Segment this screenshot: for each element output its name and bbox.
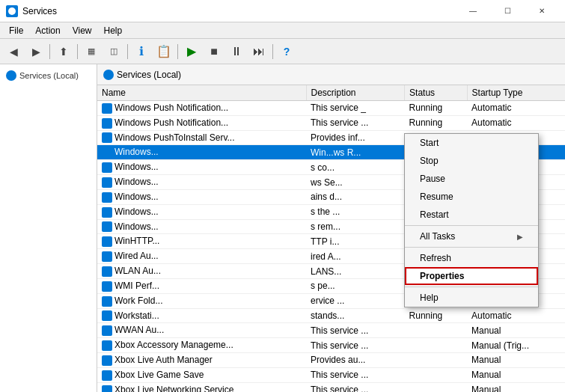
table-row[interactable]: Xbox Live Game SaveThis service ...Manua…	[97, 367, 565, 382]
col-name[interactable]: Name	[97, 85, 306, 101]
up-button[interactable]: ⬆	[53, 42, 74, 61]
cell-status	[405, 367, 467, 382]
service-icon	[102, 221, 112, 232]
col-description[interactable]: Description	[306, 85, 405, 101]
service-icon	[102, 370, 112, 381]
menu-view[interactable]: View	[67, 22, 98, 39]
cell-name: Windows Push Notification...	[97, 115, 306, 130]
context-menu-item-label: Help	[420, 293, 439, 303]
browse-button[interactable]: ◫	[103, 42, 124, 61]
service-icon	[102, 103, 112, 114]
forward-button[interactable]: ▶	[25, 42, 46, 61]
context-menu-item-resume[interactable]: Resume	[405, 188, 538, 206]
context-menu-item-all-tasks[interactable]: All Tasks▶	[405, 227, 538, 245]
context-menu-item-label: Properties	[420, 271, 464, 281]
table-row[interactable]: WWAN Au...This service ...Manual	[97, 323, 565, 338]
table-row[interactable]: Xbox Live Networking ServiceThis service…	[97, 382, 565, 392]
context-menu-item-help[interactable]: Help	[405, 289, 538, 307]
toolbar-sep-3	[127, 44, 128, 59]
col-startup[interactable]: Startup Type	[467, 85, 565, 101]
cell-name: WWAN Au...	[97, 323, 306, 338]
cell-name: Windows...	[97, 145, 306, 160]
menu-file[interactable]: File	[3, 22, 29, 39]
svg-point-0	[8, 7, 16, 15]
menu-bar: File Action View Help	[0, 22, 565, 39]
help-button[interactable]: ?	[276, 42, 297, 61]
restart-service-button[interactable]: ⏭	[248, 42, 269, 61]
back-button[interactable]: ◀	[3, 42, 24, 61]
show-hide-button[interactable]: ▦	[81, 42, 102, 61]
sidebar-label: Services (Local)	[19, 71, 79, 80]
context-menu: StartStopPauseResumeRestartAll Tasks▶Ref…	[404, 133, 539, 307]
service-icon	[102, 192, 112, 203]
service-icon	[102, 147, 112, 158]
menu-help[interactable]: Help	[98, 22, 129, 39]
cell-description: s the ...	[306, 204, 405, 219]
cell-startup: Manual	[467, 382, 565, 392]
stop-service-button[interactable]: ■	[204, 42, 225, 61]
context-menu-item-stop[interactable]: Stop	[405, 152, 538, 170]
cell-description: s pe...	[306, 278, 405, 293]
window-controls: — ☐ ✕	[456, 0, 559, 22]
context-menu-item-start[interactable]: Start	[405, 134, 538, 152]
start-service-button[interactable]: ▶	[181, 42, 202, 61]
context-menu-item-label: Refresh	[420, 253, 451, 263]
service-icon	[102, 281, 112, 292]
cell-name: Windows...	[97, 189, 306, 204]
context-menu-item-properties[interactable]: Properties	[405, 267, 538, 285]
context-menu-item-label: Resume	[420, 192, 453, 202]
cell-name: WinHTTP...	[97, 234, 306, 249]
properties2-button[interactable]: 📋	[153, 42, 174, 61]
cell-startup: Manual (Trig...	[467, 338, 565, 353]
menu-action[interactable]: Action	[29, 22, 66, 39]
table-row[interactable]: Xbox Live Auth ManagerProvides au...Manu…	[97, 353, 565, 368]
cell-startup: Manual	[467, 353, 565, 368]
context-menu-item-restart[interactable]: Restart	[405, 206, 538, 224]
cell-description: This service ...	[306, 382, 405, 392]
table-row[interactable]: Windows Push Notification...This service…	[97, 115, 565, 130]
context-menu-separator	[405, 247, 538, 248]
service-icon	[102, 310, 112, 321]
context-menu-item-label: All Tasks	[420, 231, 455, 242]
context-menu-item-label: Pause	[420, 174, 445, 184]
cell-description: This service _	[306, 101, 405, 116]
toolbar: ◀ ▶ ⬆ ▦ ◫ ℹ 📋 ▶ ■ ⏸ ⏭ ?	[0, 39, 565, 64]
properties-button[interactable]: ℹ	[131, 42, 152, 61]
table-row[interactable]: Windows Push Notification...This service…	[97, 101, 565, 116]
cell-name: Windows...	[97, 219, 306, 234]
cell-status	[405, 353, 467, 368]
title-bar: Services — ☐ ✕	[0, 0, 565, 22]
sidebar-icon	[6, 70, 16, 81]
cell-description: ired A...	[306, 249, 405, 264]
context-menu-item-pause[interactable]: Pause	[405, 170, 538, 188]
cell-name: Work Fold...	[97, 293, 306, 308]
cell-description: Provides au...	[306, 353, 405, 368]
context-menu-separator	[405, 287, 538, 287]
cell-description: s rem...	[306, 219, 405, 234]
main-area: Services (Local) Services (Local) Name D…	[0, 64, 565, 392]
service-icon	[102, 296, 112, 307]
context-menu-item-refresh[interactable]: Refresh	[405, 249, 538, 267]
cell-description: ains d...	[306, 189, 405, 204]
service-icon	[102, 385, 112, 392]
cell-name: Xbox Accessory Manageme...	[97, 338, 306, 353]
cell-status	[405, 338, 467, 353]
context-menu-item-label: Stop	[420, 156, 439, 166]
close-button[interactable]: ✕	[525, 0, 559, 22]
cell-name: Windows...	[97, 160, 306, 175]
table-row[interactable]: Xbox Accessory Manageme...This service .…	[97, 338, 565, 353]
sidebar-header: Services (Local)	[3, 67, 94, 84]
cell-name: Xbox Live Networking Service	[97, 382, 306, 392]
cell-name: Windows...	[97, 204, 306, 219]
service-icon	[102, 266, 112, 277]
cell-description: LANS...	[306, 264, 405, 279]
service-icon	[102, 162, 112, 173]
service-icon	[102, 325, 112, 336]
toolbar-sep-2	[77, 44, 78, 59]
table-row[interactable]: Workstati...stands...RunningAutomatic	[97, 308, 565, 323]
maximize-button[interactable]: ☐	[490, 0, 525, 22]
cell-description: ervice ...	[306, 293, 405, 308]
pause-service-button[interactable]: ⏸	[226, 42, 247, 61]
col-status[interactable]: Status	[405, 85, 467, 101]
minimize-button[interactable]: —	[456, 0, 490, 22]
